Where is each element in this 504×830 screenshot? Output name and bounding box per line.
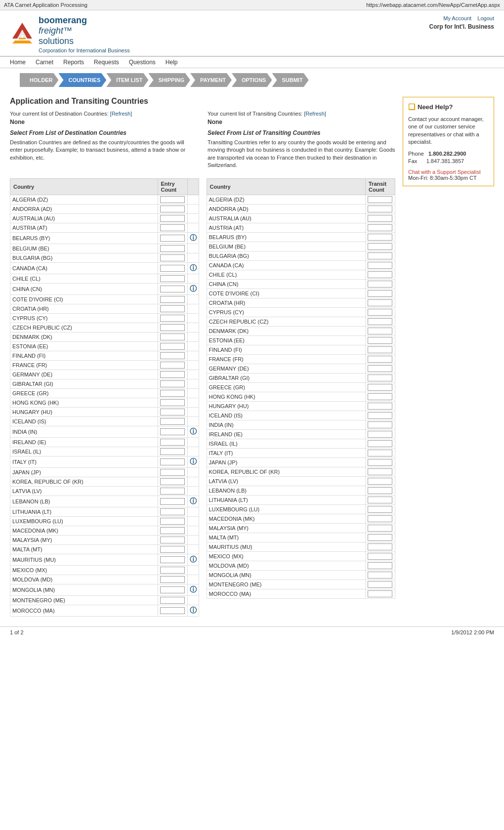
transit-count[interactable] bbox=[366, 270, 395, 279]
dest-entry-count[interactable] bbox=[158, 232, 187, 244]
dest-entry-count[interactable] bbox=[158, 262, 187, 274]
dest-entry-count[interactable] bbox=[158, 195, 187, 204]
wizard-step-item-list[interactable]: ITEM LIST bbox=[106, 73, 148, 87]
transit-count[interactable] bbox=[366, 542, 395, 551]
dest-info-icon[interactable]: ⓘ bbox=[187, 232, 199, 244]
dest-info-icon[interactable]: ⓘ bbox=[187, 554, 199, 565]
dest-entry-count[interactable] bbox=[158, 213, 187, 223]
dest-entry-count[interactable] bbox=[158, 526, 187, 535]
transit-count[interactable] bbox=[366, 570, 395, 580]
dest-entry-count[interactable] bbox=[158, 486, 187, 496]
wizard-step-shipping[interactable]: SHIPPING bbox=[148, 73, 190, 87]
dest-entry-count[interactable] bbox=[158, 595, 187, 605]
dest-entry-count[interactable] bbox=[158, 283, 187, 294]
transit-count[interactable] bbox=[366, 514, 395, 523]
dest-info-icon[interactable]: ⓘ bbox=[187, 262, 199, 274]
dest-entry-count[interactable] bbox=[158, 507, 187, 516]
dest-info-icon[interactable]: ⓘ bbox=[187, 283, 199, 294]
dest-entry-count[interactable] bbox=[158, 388, 187, 398]
dest-entry-count[interactable] bbox=[158, 447, 187, 456]
dest-entry-count[interactable] bbox=[158, 426, 187, 437]
dest-entry-count[interactable] bbox=[158, 323, 187, 332]
dest-entry-count[interactable] bbox=[158, 223, 187, 232]
transit-count[interactable] bbox=[366, 382, 395, 392]
dest-entry-count[interactable] bbox=[158, 313, 187, 323]
dest-entry-count[interactable] bbox=[158, 253, 187, 262]
transit-count[interactable] bbox=[366, 533, 395, 542]
dest-entry-count[interactable] bbox=[158, 294, 187, 304]
dest-entry-count[interactable] bbox=[158, 304, 187, 313]
transit-count[interactable] bbox=[366, 580, 395, 589]
dest-entry-count[interactable] bbox=[158, 332, 187, 341]
transit-count[interactable] bbox=[366, 335, 395, 345]
transit-count[interactable] bbox=[366, 317, 395, 326]
nav-questions[interactable]: Questions bbox=[129, 59, 156, 66]
transit-count[interactable] bbox=[366, 364, 395, 373]
dest-entry-count[interactable] bbox=[158, 360, 187, 370]
dest-entry-count[interactable] bbox=[158, 565, 187, 575]
dest-entry-count[interactable] bbox=[158, 584, 187, 595]
transit-count[interactable] bbox=[366, 448, 395, 457]
dest-entry-count[interactable] bbox=[158, 274, 187, 283]
transit-count[interactable] bbox=[366, 232, 395, 242]
transit-count[interactable] bbox=[366, 495, 395, 504]
dest-entry-count[interactable] bbox=[158, 351, 187, 360]
transit-count[interactable] bbox=[366, 401, 395, 411]
dest-entry-count[interactable] bbox=[158, 407, 187, 416]
dest-info-icon[interactable]: ⓘ bbox=[187, 456, 199, 467]
dest-entry-count[interactable] bbox=[158, 416, 187, 426]
transit-count[interactable] bbox=[366, 298, 395, 307]
transit-count[interactable] bbox=[366, 223, 395, 232]
dest-info-icon[interactable]: ⓘ bbox=[187, 426, 199, 437]
dest-entry-count[interactable] bbox=[158, 496, 187, 507]
transit-count[interactable] bbox=[366, 420, 395, 429]
dest-entry-count[interactable] bbox=[158, 437, 187, 447]
nav-carnet[interactable]: Carnet bbox=[36, 59, 53, 66]
transit-count[interactable] bbox=[366, 354, 395, 364]
dest-entry-count[interactable] bbox=[158, 398, 187, 407]
transit-count[interactable] bbox=[366, 439, 395, 448]
wizard-step-submit[interactable]: SUBMIT bbox=[272, 73, 308, 87]
nav-reports[interactable]: Reports bbox=[63, 59, 84, 66]
dest-info-icon[interactable]: ⓘ bbox=[187, 584, 199, 595]
my-account-link[interactable]: My Account bbox=[443, 15, 471, 21]
wizard-step-countries[interactable]: COUNTRIES bbox=[58, 73, 106, 87]
dest-entry-count[interactable] bbox=[158, 341, 187, 351]
dest-entry-count[interactable] bbox=[158, 575, 187, 584]
transit-count[interactable] bbox=[366, 457, 395, 467]
dest-entry-count[interactable] bbox=[158, 244, 187, 253]
dest-entry-count[interactable] bbox=[158, 467, 187, 477]
transit-count[interactable] bbox=[366, 561, 395, 570]
transit-count[interactable] bbox=[366, 429, 395, 439]
dest-entry-count[interactable] bbox=[158, 204, 187, 213]
transit-count[interactable] bbox=[366, 551, 395, 561]
transit-count[interactable] bbox=[366, 195, 395, 204]
logout-link[interactable]: Logout bbox=[477, 15, 494, 21]
transit-count[interactable] bbox=[366, 467, 395, 476]
dest-entry-count[interactable] bbox=[158, 456, 187, 467]
transit-count[interactable] bbox=[366, 589, 395, 598]
nav-home[interactable]: Home bbox=[10, 59, 26, 66]
dest-entry-count[interactable] bbox=[158, 554, 187, 565]
wizard-step-holder[interactable]: HOLDER bbox=[20, 73, 58, 87]
nav-help[interactable]: Help bbox=[166, 59, 178, 66]
transit-count[interactable] bbox=[366, 289, 395, 298]
dest-entry-count[interactable] bbox=[158, 544, 187, 554]
dest-entry-count[interactable] bbox=[158, 535, 187, 544]
transit-count[interactable] bbox=[366, 523, 395, 533]
transit-count[interactable] bbox=[366, 373, 395, 382]
dest-info-icon[interactable]: ⓘ bbox=[187, 605, 199, 616]
chat-link[interactable]: Chat with a Support Specialist bbox=[408, 169, 481, 175]
transit-count[interactable] bbox=[366, 476, 395, 486]
transit-count[interactable] bbox=[366, 204, 395, 213]
transit-count[interactable] bbox=[366, 307, 395, 317]
wizard-step-options[interactable]: OPTIONS bbox=[232, 73, 272, 87]
transit-count[interactable] bbox=[366, 279, 395, 289]
transit-count[interactable] bbox=[366, 260, 395, 270]
dest-entry-count[interactable] bbox=[158, 477, 187, 486]
dest-info-icon[interactable]: ⓘ bbox=[187, 496, 199, 507]
wizard-step-payment[interactable]: PAYMENT bbox=[190, 73, 232, 87]
transit-count[interactable] bbox=[366, 411, 395, 420]
dest-entry-count[interactable] bbox=[158, 516, 187, 526]
transit-refresh-link[interactable]: [Refresh] bbox=[304, 111, 326, 117]
